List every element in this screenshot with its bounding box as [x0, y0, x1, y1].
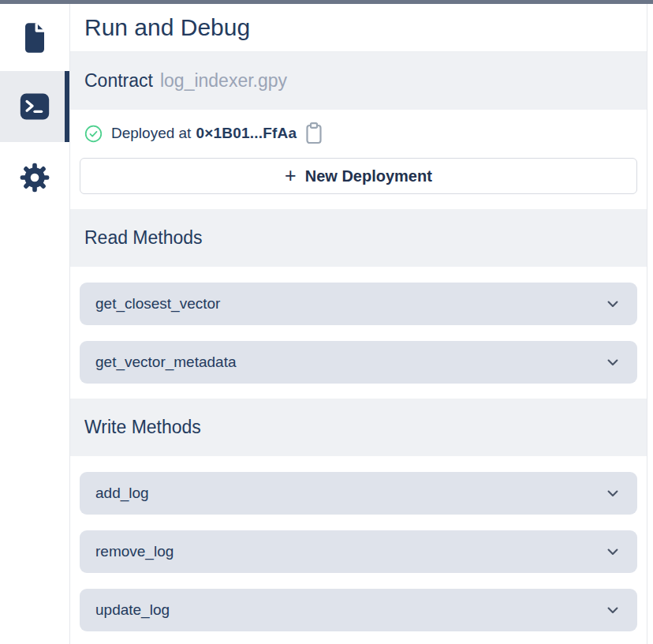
contract-label: Contract — [84, 70, 153, 92]
new-deployment-label: New Deployment — [305, 167, 432, 185]
section-header-write-methods: Write Methods — [70, 399, 647, 456]
run-and-debug-panel: Run and Debug Contract log_indexer.gpy D… — [70, 4, 647, 644]
sidebar-item-settings[interactable] — [0, 142, 69, 213]
chevron-down-icon — [606, 355, 620, 369]
contract-filename: log_indexer.gpy — [160, 70, 287, 92]
contract-header: Contract log_indexer.gpy — [70, 52, 647, 110]
plus-icon: + — [285, 166, 297, 185]
scrollbar-gutter[interactable] — [647, 4, 653, 644]
method-row-remove-log[interactable]: remove_log — [80, 530, 637, 573]
deployed-at-text: Deployed at — [111, 125, 191, 142]
chevron-down-icon — [606, 603, 620, 617]
contract-address: 0×1B01...FfAa — [196, 125, 297, 142]
active-item-indicator — [65, 71, 69, 142]
method-name: get_vector_metadata — [95, 354, 237, 371]
terminal-icon — [19, 92, 50, 122]
new-deployment-button[interactable]: + New Deployment — [80, 158, 637, 194]
method-row-update-log[interactable]: update_log — [80, 589, 637, 631]
file-icon — [21, 21, 49, 54]
app-window: Run and Debug Contract log_indexer.gpy D… — [0, 0, 653, 644]
app-body: Run and Debug Contract log_indexer.gpy D… — [0, 4, 653, 644]
chevron-down-icon — [606, 297, 620, 311]
deployed-status-row: Deployed at 0×1B01...FfAa — [80, 117, 637, 150]
gear-icon — [19, 162, 50, 193]
copy-address-button[interactable] — [304, 122, 323, 145]
sidebar-item-terminal[interactable] — [0, 71, 69, 142]
method-name: add_log — [95, 485, 149, 502]
method-name: get_closest_vector — [95, 295, 220, 313]
method-row-get-vector-metadata[interactable]: get_vector_metadata — [80, 341, 637, 384]
chevron-down-icon — [606, 545, 620, 559]
method-row-add-log[interactable]: add_log — [80, 472, 637, 515]
method-row-get-closest-vector[interactable]: get_closest_vector — [80, 283, 637, 325]
check-circle-icon — [84, 125, 103, 143]
section-header-read-methods: Read Methods — [70, 209, 647, 267]
method-name: update_log — [95, 601, 170, 619]
icon-sidebar — [0, 4, 70, 644]
main-panel: Run and Debug Contract log_indexer.gpy D… — [70, 4, 653, 644]
sidebar-item-files[interactable] — [0, 4, 69, 71]
clipboard-icon — [304, 122, 323, 145]
chevron-down-icon — [606, 486, 620, 500]
method-name: remove_log — [95, 543, 174, 560]
panel-title: Run and Debug — [70, 4, 647, 52]
